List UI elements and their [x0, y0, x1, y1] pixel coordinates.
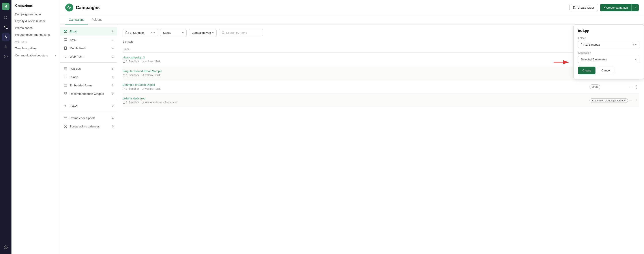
email-icon [64, 29, 68, 33]
svg-rect-15 [64, 84, 67, 86]
campaign-meta: 1. Sandbox volnov · Bulk [122, 87, 590, 90]
tab-folders[interactable]: Folders [88, 15, 106, 24]
chevron-down-icon: ▾ [635, 43, 636, 46]
campaign-type-bonus-points[interactable]: Bonus points balances 0 [60, 122, 117, 130]
create-button[interactable]: Create [578, 66, 596, 74]
campaign-name[interactable]: New campaign 3 [122, 56, 595, 59]
campaign-type-web-push[interactable]: Web Push 2 [60, 52, 117, 61]
tabs-row: Campaigns Folders [60, 15, 644, 24]
tab-campaigns[interactable]: Campaigns [65, 15, 88, 24]
header-actions: Create folder + Create campaign [570, 4, 639, 11]
user-icon [142, 88, 144, 90]
create-campaign-dropdown-button[interactable] [632, 4, 639, 11]
svg-rect-13 [64, 76, 67, 78]
campaign-type-list: Email 6 SMS 1 Mobile Push 4 [60, 24, 117, 254]
settings-nav-icon[interactable] [2, 244, 10, 251]
dropdown-folder-value: 1. Sandbox [581, 43, 600, 46]
widgets-icon [64, 92, 68, 96]
campaigns-nav-icon[interactable] [2, 33, 10, 41]
web-push-icon [64, 54, 68, 58]
dropdown-folder-label: Folder [578, 36, 639, 40]
campaign-author: volnov · Bulk [142, 74, 160, 77]
campaign-meta: 1. Sandbox volnov · Bulk [122, 60, 595, 63]
dropdown-folder-field[interactable]: 1. Sandbox ✕ ▾ [578, 41, 639, 48]
campaign-type-embedded-forms[interactable]: Embedded forms 3 [60, 81, 117, 90]
svg-point-34 [143, 61, 144, 62]
arrow-indicator [554, 59, 571, 67]
sidebar-item-label: Communication boosters [15, 54, 48, 57]
sidebar-title: Campaigns [12, 4, 60, 11]
header: Campaigns Create folder + Create campaig… [60, 0, 644, 15]
campaign-info: New campaign 3 1. Sandbox volnov · Bulk [122, 56, 595, 63]
folder-icon [122, 60, 125, 63]
campaign-type-email[interactable]: Email 6 [60, 27, 117, 36]
sidebar-item-template-gallery[interactable]: Template gallery [12, 45, 60, 52]
campaign-author: volnov · Bulk [142, 60, 160, 63]
sms-icon [64, 38, 68, 42]
svg-point-6 [5, 56, 6, 57]
status-badge: Draft [590, 84, 600, 89]
campaign-type-recommendation-widgets[interactable]: Recommendation widgets 0 [60, 90, 117, 98]
svg-rect-18 [66, 92, 67, 94]
svg-point-26 [222, 32, 224, 34]
sidebar-item-loyalty-offers[interactable]: Loyalty & offers builder [12, 18, 60, 24]
folder-icon [573, 6, 576, 9]
close-icon[interactable]: ✕ [632, 43, 634, 46]
sidebar: Campaigns Campaign manager Loyalty & off… [12, 0, 60, 254]
cancel-button[interactable]: Cancel [598, 66, 614, 74]
campaign-name[interactable]: order is delivered [122, 97, 590, 100]
main-panel: 1. Sandbox ✕ ▾ Status ▾ Campaign type ▾ [117, 24, 644, 254]
inapp-icon [64, 75, 68, 79]
search-filter[interactable]: Search by name [219, 29, 263, 36]
search-nav-icon[interactable] [2, 14, 10, 22]
svg-point-36 [143, 88, 144, 89]
more-actions-button[interactable]: ⋮ [635, 98, 639, 103]
create-campaign-button[interactable]: + Create campaign [600, 4, 632, 11]
folder-filter[interactable]: 1. Sandbox ✕ ▾ [122, 29, 158, 36]
sidebar-item-ab-tests[interactable]: A/B tests [12, 38, 60, 45]
campaign-status: Draft [590, 84, 629, 89]
table-row: Example of Sales Digest 1. Sandbox volno… [122, 80, 639, 94]
promo-icon [64, 116, 68, 120]
create-folder-button[interactable]: Create folder [570, 4, 598, 11]
folder-icon [126, 31, 128, 34]
dropdown-application-label: Application [578, 51, 639, 54]
embedded-icon [64, 83, 68, 87]
campaign-type-sms[interactable]: SMS 1 [60, 36, 117, 44]
more-actions-button[interactable]: ⋮ [635, 84, 639, 89]
contacts-nav-icon[interactable] [2, 23, 10, 31]
svg-point-2 [5, 26, 6, 27]
close-icon[interactable]: ✕ [150, 31, 152, 34]
sidebar-item-campaign-manager[interactable]: Campaign manager [12, 11, 60, 18]
campaign-type-promo-pools[interactable]: Promo codes pools 4 [60, 114, 117, 122]
svg-rect-20 [64, 94, 65, 95]
sidebar-item-promo-codes[interactable]: Promo codes [12, 24, 60, 31]
folder-icon [122, 102, 125, 104]
content-area: Email 6 SMS 1 Mobile Push 4 [60, 24, 644, 254]
sidebar-item-communication-boosters[interactable]: Communication boosters ▾ [12, 52, 60, 59]
campaign-type-popups[interactable]: Pop-ups 5 [60, 64, 117, 73]
svg-rect-21 [64, 117, 67, 119]
campaign-name[interactable]: Example of Sales Digest [122, 83, 590, 86]
dropdown-application-field[interactable]: Selected 2 elements ▾ [578, 56, 639, 63]
table-header: Email Status [122, 46, 639, 53]
campaign-type-mobile-push[interactable]: Mobile Push 4 [60, 44, 117, 52]
svg-point-7 [5, 247, 6, 248]
status-filter[interactable]: Status ▾ [160, 29, 186, 36]
integrations-nav-icon[interactable] [2, 52, 10, 60]
bonus-icon [64, 124, 68, 128]
create-inapp-dropdown: In-App Folder 1. Sandbox ✕ ▾ Application… [574, 24, 644, 79]
folder-icon [122, 74, 125, 76]
analytics-nav-icon[interactable] [2, 43, 10, 51]
avatar[interactable]: M [2, 3, 10, 10]
campaign-type-filter[interactable]: Campaign type ▾ [189, 29, 216, 36]
chevron-down-icon [634, 6, 636, 8]
campaign-type-flows[interactable]: Flows 2 [60, 102, 117, 110]
campaign-name[interactable]: Singular Sound Email Sample [122, 70, 590, 73]
sidebar-item-product-recommendations[interactable]: Product recommendations [12, 31, 60, 38]
svg-rect-19 [66, 94, 67, 95]
campaign-type-inapp[interactable]: In-app 0 [60, 73, 117, 81]
campaign-author: evmenchikova · Automated [142, 101, 178, 104]
sidebar-item-label: Template gallery [15, 47, 36, 50]
svg-line-1 [6, 18, 7, 19]
